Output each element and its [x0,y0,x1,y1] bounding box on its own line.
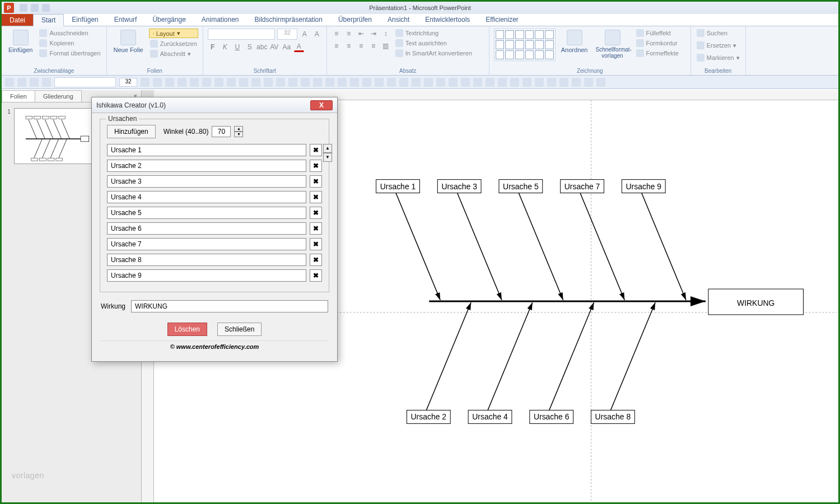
delete-cause-button[interactable]: ✖ [310,269,322,282]
qat-redo-icon[interactable] [42,4,50,12]
copy-button[interactable]: Kopieren [38,39,101,48]
select-button[interactable]: Markieren ▾ [696,53,741,62]
tab-review[interactable]: Überprüfen [330,14,380,26]
line-spacing-icon[interactable]: ↕ [381,29,391,39]
qat-icon[interactable] [338,78,347,87]
panel-tab-slides[interactable]: Folien [2,90,35,102]
find-button[interactable]: Suchen [696,29,729,38]
qat-save-icon[interactable] [20,4,27,12]
qat-icon[interactable] [510,78,519,87]
font-color-icon[interactable]: A [294,42,304,52]
delete-cause-button[interactable]: ✖ [310,222,322,235]
qat-icon[interactable] [301,78,310,87]
delete-cause-button[interactable]: ✖ [310,175,322,188]
cause-input[interactable] [107,222,306,235]
delete-cause-button[interactable]: ✖ [310,254,322,266]
dialog-titlebar[interactable]: Ishikawa Creator (v1.0) X [92,97,337,113]
layout-button[interactable]: Layout ▾ [149,29,198,38]
delete-cause-button[interactable]: ✖ [310,238,322,250]
scroll-up-button[interactable]: ▲ [323,144,332,153]
new-slide-button[interactable]: Neue Folie [111,29,146,54]
close-button[interactable]: Schließen [217,323,262,336]
grow-font-icon[interactable]: A [300,29,310,39]
tab-transitions[interactable]: Übergänge [144,14,193,26]
italic-icon[interactable]: K [220,42,230,52]
align-right-icon[interactable]: ≡ [356,41,366,51]
add-cause-button[interactable]: Hinzufügen [107,125,156,138]
tab-insert[interactable]: Einfügen [64,14,106,26]
qat-icon[interactable] [141,78,150,87]
tab-slideshow[interactable]: Bildschirmpräsentation [247,14,330,26]
columns-icon[interactable]: ▥ [381,41,391,51]
tab-design[interactable]: Entwurf [106,14,145,26]
qat-icon[interactable] [153,78,162,87]
smartart-button[interactable]: In SmartArt konvertieren [394,49,473,58]
qat-font-name[interactable] [54,77,116,87]
section-button[interactable]: Abschnitt ▾ [149,49,198,58]
qat-icon[interactable] [486,78,494,87]
qat-icon[interactable] [190,78,199,87]
cause-input[interactable] [107,238,306,250]
panel-tab-outline[interactable]: Gliederung [35,90,82,102]
strike-icon[interactable]: S [245,42,255,52]
qat-icon[interactable] [522,78,531,87]
numbering-icon[interactable]: ≡ [344,29,354,39]
delete-cause-button[interactable]: ✖ [310,160,322,172]
qat-icon[interactable] [498,78,507,87]
qat-icon[interactable] [559,78,568,87]
tab-developer[interactable]: Entwicklertools [417,14,478,26]
qat-icon[interactable] [227,78,236,87]
cause-input[interactable] [107,175,306,188]
qat-icon[interactable] [584,78,593,87]
tab-view[interactable]: Ansicht [380,14,417,26]
font-name-input[interactable] [208,29,275,40]
qat-font-size[interactable]: 32 [119,78,137,87]
qat-icon[interactable] [436,78,445,87]
qat-icon[interactable] [178,78,186,87]
tab-start[interactable]: Start [33,14,64,26]
qat-icon[interactable] [313,78,322,87]
shrink-font-icon[interactable]: A [312,29,322,39]
effect-input[interactable] [131,300,328,312]
qat-icon[interactable] [572,78,581,87]
shape-outline-button[interactable]: Formkontur [635,39,680,48]
shape-gallery[interactable] [494,29,556,61]
delete-cause-button[interactable]: ✖ [310,144,322,156]
text-direction-button[interactable]: Textrichtung [394,29,473,38]
cause-input[interactable] [107,269,306,282]
qat-undo-icon[interactable] [31,4,39,12]
shape-effects-button[interactable]: Formeffekte [635,49,680,58]
qat-icon[interactable] [350,78,359,87]
qat-icon[interactable] [596,78,605,87]
qat-icon[interactable] [461,78,470,87]
delete-cause-button[interactable]: ✖ [310,207,322,219]
shape-fill-button[interactable]: Fülleffekt [635,29,680,38]
cause-input[interactable] [107,207,306,219]
qat-icon[interactable] [30,78,39,87]
qat-icon[interactable] [547,78,556,87]
reset-button[interactable]: Zurücksetzen [149,39,198,48]
angle-up-button[interactable]: ▲ [234,126,243,132]
bold-icon[interactable]: F [208,42,218,52]
angle-input[interactable] [212,126,231,137]
qat-icon[interactable] [264,78,273,87]
quick-access-toolbar[interactable] [20,4,50,12]
qat-icon[interactable] [449,78,458,87]
cause-input[interactable] [107,254,306,266]
qat-icon[interactable] [214,78,223,87]
qat-icon[interactable] [325,78,334,87]
delete-button[interactable]: Löschen [167,323,207,336]
qat-icon[interactable] [412,78,421,87]
quick-styles-button[interactable]: Schnellformat-vorlagen [594,29,632,60]
dialog-close-button[interactable]: X [310,100,333,110]
qat-icon[interactable] [17,78,26,87]
cut-button[interactable]: Ausschneiden [38,29,101,38]
qat-icon[interactable] [5,78,14,87]
angle-down-button[interactable]: ▼ [234,132,243,137]
secondary-toolbar[interactable]: 32 [2,76,838,89]
cause-input[interactable] [107,191,306,203]
qat-icon[interactable] [251,78,260,87]
align-text-button[interactable]: Text ausrichten [394,39,473,48]
ishikawa-dialog[interactable]: Ishikawa Creator (v1.0) X Ursachen Hinzu… [91,97,338,362]
arrange-button[interactable]: Anordnen [559,29,590,54]
